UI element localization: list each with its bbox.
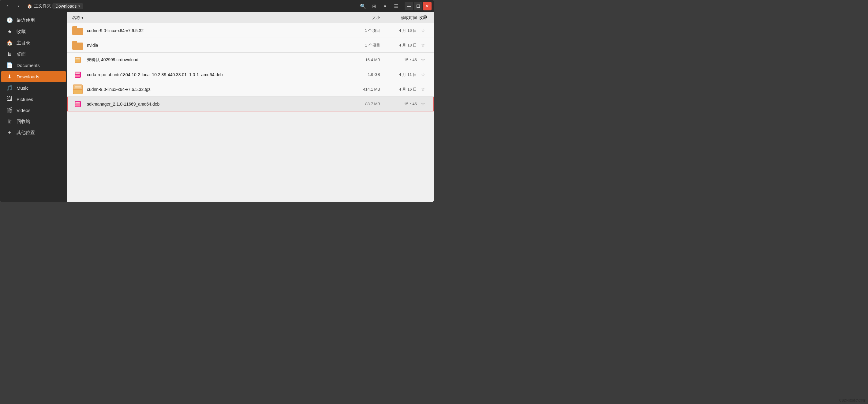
sidebar-documents-label: Documents [17,63,40,68]
sidebar-recent-label: 最近使用 [17,18,35,23]
sidebar-item-downloads[interactable]: ⬇Downloads [1,71,66,82]
file-size: 88.7 MB [343,102,380,106]
file-date: 15：46 [380,101,417,107]
back-button[interactable]: ‹ [2,2,12,10]
table-row[interactable]: cudnn-9.0-linux-x64-v7.6.5.32.tgz414.1 M… [67,82,434,97]
sidebar-pictures-label: Pictures [17,97,33,102]
sidebar-item-home[interactable]: 🏠主目录 [1,37,66,49]
sidebar-other-icon: + [6,129,13,135]
breadcrumb-chevron-icon: ▾ [79,4,80,8]
main-content: 🕐最近使用★收藏🏠主目录🖥桌面📄Documents⬇Downloads🎵Musi… [0,12,434,202]
file-icon-folder [72,40,83,51]
file-size: 16.4 MB [343,58,380,62]
file-date: 4 月 16 日 [380,28,417,33]
sidebar-item-other[interactable]: +其他位置 [1,127,66,138]
file-name: cudnn-9.0-linux-x64-v7.6.5.32.tgz [87,87,343,92]
file-name: nvidia [87,43,343,48]
sidebar-recent-icon: 🕐 [6,17,13,24]
table-row[interactable]: cudnn-9.0-linux-x64-v7.6.5.321 个项目4 月 16… [67,23,434,38]
file-size: 1.9 GB [343,72,380,77]
favorite-button[interactable]: ☆ [417,28,429,33]
file-icon-tgz [72,84,83,95]
minimize-button[interactable]: — [405,2,413,10]
titlebar: ‹ › 🏠 主文件夹 Downloads ▾ 🔍 ⊞ ▾ ☰ [0,0,434,12]
sidebar-item-videos[interactable]: 🎬Videos [1,105,66,116]
view-toggle-button[interactable]: ⊞ [369,2,379,10]
date-column-header[interactable]: 修改时间 [380,15,417,21]
file-size: 1 个项目 [343,28,380,33]
svg-rect-3 [76,58,80,59]
sidebar-pictures-icon: 🖼 [6,96,13,102]
file-list-panel: 名称 ▾ 大小 修改时间 收藏 cudnn-9.0-linux-x64-v7.6… [67,12,434,202]
sidebar-downloads-label: Downloads [17,74,39,79]
table-row[interactable]: sdkmanager_2.1.0-11669_amd64.deb88.7 MB1… [67,97,434,112]
sidebar-item-documents[interactable]: 📄Documents [1,60,66,71]
file-date: 4 月 16 日 [380,87,417,92]
table-row[interactable]: cuda-repo-ubuntu1804-10-2-local-10.2.89-… [67,67,434,82]
sidebar-trash-icon: 🗑 [6,119,13,125]
sidebar-item-starred[interactable]: ★收藏 [1,26,66,37]
forward-button[interactable]: › [13,2,23,10]
sidebar-item-trash[interactable]: 🗑回收站 [1,116,66,127]
file-icon-deb [72,98,83,110]
file-icon-folder [72,25,83,36]
view-options-button[interactable]: ▾ [380,2,390,10]
sidebar-music-icon: 🎵 [6,85,13,91]
sidebar-starred-icon: ★ [6,28,13,35]
fav-column-header: 收藏 [417,15,429,21]
titlebar-actions: 🔍 ⊞ ▾ ☰ [358,2,401,10]
favorite-button[interactable]: ☆ [417,57,429,63]
home-icon: 🏠 [27,4,32,8]
size-column-header[interactable]: 大小 [343,15,380,21]
sidebar-item-recent[interactable]: 🕐最近使用 [1,15,66,26]
sidebar-trash-label: 回收站 [17,119,30,125]
favorite-button[interactable]: ☆ [417,101,429,107]
window-controls: — ☐ ✕ [405,2,432,10]
svg-rect-11 [75,86,81,88]
sidebar-home-label: 主目录 [17,40,30,46]
svg-rect-14 [75,104,80,106]
file-name: cudnn-9.0-linux-x64-v7.6.5.32 [87,28,343,33]
maximize-button[interactable]: ☐ [414,2,422,10]
file-name: sdkmanager_2.1.0-11669_amd64.deb [87,102,343,106]
favorite-button[interactable]: ☆ [417,42,429,48]
sidebar-downloads-icon: ⬇ [6,73,13,80]
favorite-button[interactable]: ☆ [417,72,429,77]
svg-rect-2 [75,60,80,62]
sidebar-item-desktop[interactable]: 🖥桌面 [1,49,66,60]
home-path-segment[interactable]: 🏠 主文件夹 [27,3,51,9]
svg-rect-10 [73,90,82,94]
file-name: 未确认 402999.crdownload [87,57,343,63]
table-row[interactable]: nvidia1 个项目4 月 18 日☆ [67,38,434,53]
close-button[interactable]: ✕ [423,2,432,10]
file-name: cuda-repo-ubuntu1804-10-2-local-10.2.89-… [87,72,343,77]
column-headers: 名称 ▾ 大小 修改时间 收藏 [67,12,434,23]
hamburger-menu-icon: ☰ [394,3,398,9]
favorite-button[interactable]: ☆ [417,86,429,92]
svg-rect-15 [76,102,80,103]
sidebar: 🕐最近使用★收藏🏠主目录🖥桌面📄Documents⬇Downloads🎵Musi… [0,12,67,202]
file-size: 414.1 MB [343,87,380,92]
file-date: 4 月 11 日 [380,72,417,77]
view-chevron-icon: ▾ [384,3,386,9]
menu-button[interactable]: ☰ [391,2,401,10]
home-label: 主文件夹 [34,3,51,9]
sidebar-desktop-label: 桌面 [17,52,26,57]
sidebar-music-label: Music [17,85,28,91]
name-column-header[interactable]: 名称 ▾ [72,15,343,21]
current-path-segment[interactable]: Downloads ▾ [52,3,83,9]
svg-rect-7 [76,73,80,74]
sidebar-documents-icon: 📄 [6,62,13,68]
search-icon: 🔍 [360,3,366,9]
file-manager-window: ‹ › 🏠 主文件夹 Downloads ▾ 🔍 ⊞ ▾ ☰ [0,0,434,202]
breadcrumb-path: 🏠 主文件夹 Downloads ▾ [25,3,357,9]
search-button[interactable]: 🔍 [358,2,368,10]
sidebar-videos-label: Videos [17,108,31,113]
sidebar-item-music[interactable]: 🎵Music [1,82,66,94]
table-row[interactable]: 未确认 402999.crdownload16.4 MB15：46☆ [67,53,434,67]
sidebar-desktop-icon: 🖥 [6,51,13,57]
sidebar-item-pictures[interactable]: 🖼Pictures [1,94,66,105]
sidebar-starred-label: 收藏 [17,29,26,35]
file-size: 1 个项目 [343,42,380,48]
svg-rect-6 [75,75,80,77]
